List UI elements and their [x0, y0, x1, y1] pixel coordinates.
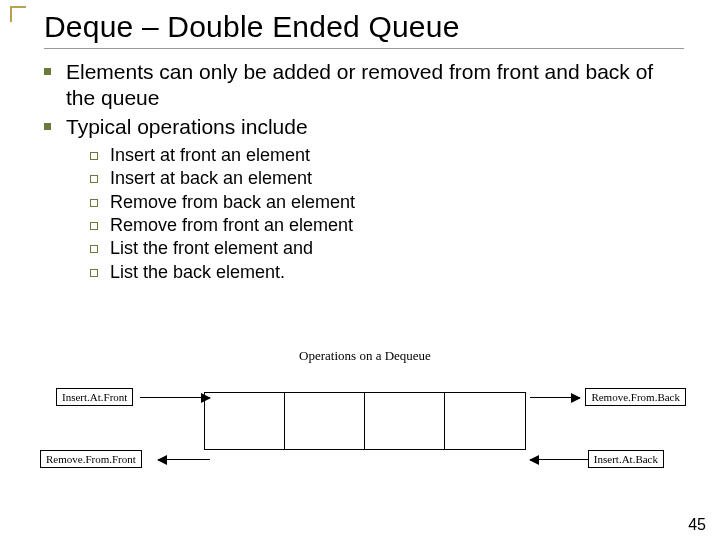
deque-diagram: Operations on a Dequeue Insert.At.Front …	[40, 348, 690, 494]
bullet-text: Typical operations include	[66, 115, 308, 138]
slide-corner-accent	[10, 6, 26, 22]
diagram-body: Insert.At.Front Remove.From.Front Remove…	[40, 374, 690, 494]
deque-cell	[205, 393, 285, 449]
slide-title: Deque – Double Ended Queue	[44, 10, 684, 49]
slide-content: Deque – Double Ended Queue Elements can …	[0, 0, 720, 284]
bullet-item: Elements can only be added or removed fr…	[44, 59, 684, 112]
deque-cells	[204, 392, 526, 450]
sub-bullet-item: List the back element.	[90, 261, 684, 284]
arrow-remove-back	[530, 397, 580, 398]
bullet-text: Elements can only be added or removed fr…	[66, 60, 653, 109]
label-insert-back: Insert.At.Back	[588, 450, 664, 468]
deque-cell	[365, 393, 445, 449]
page-number: 45	[688, 516, 706, 534]
bullet-item: Typical operations include Insert at fro…	[44, 114, 684, 285]
deque-cell	[445, 393, 525, 449]
deque-cell	[285, 393, 365, 449]
sub-bullet-list: Insert at front an element Insert at bac…	[66, 144, 684, 284]
diagram-title: Operations on a Dequeue	[40, 348, 690, 364]
sub-bullet-item: Remove from front an element	[90, 214, 684, 237]
label-insert-front: Insert.At.Front	[56, 388, 133, 406]
arrow-remove-front	[158, 459, 210, 460]
sub-bullet-item: Remove from back an element	[90, 191, 684, 214]
bullet-list: Elements can only be added or removed fr…	[44, 59, 684, 284]
sub-bullet-item: Insert at back an element	[90, 167, 684, 190]
label-remove-back: Remove.From.Back	[585, 388, 686, 406]
arrow-insert-front	[140, 397, 210, 398]
sub-bullet-item: Insert at front an element	[90, 144, 684, 167]
label-remove-front: Remove.From.Front	[40, 450, 142, 468]
sub-bullet-item: List the front element and	[90, 237, 684, 260]
arrow-insert-back	[530, 459, 588, 460]
